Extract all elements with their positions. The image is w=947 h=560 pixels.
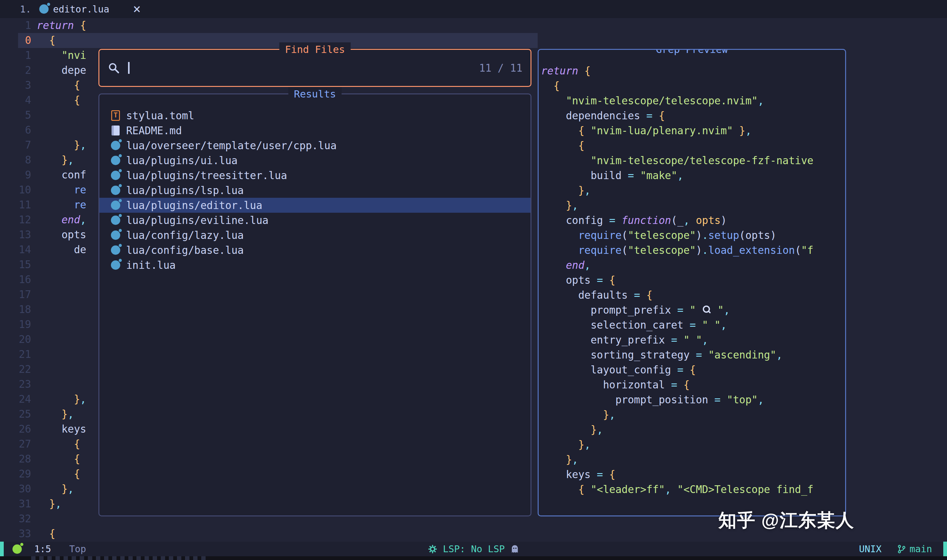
code-line-text: { <box>37 526 55 541</box>
line-number: 32 <box>0 511 37 526</box>
code-line-text: }, <box>37 138 86 152</box>
lua-file-icon <box>39 5 49 14</box>
result-filename: lua/plugins/eviline.lua <box>126 214 268 226</box>
preview-code-line: config = function(_, opts) <box>541 213 844 228</box>
line-number: 21 <box>0 347 37 362</box>
result-item[interactable]: lua/overseer/template/user/cpp.lua <box>99 138 531 153</box>
preview-code-line: }, <box>541 183 844 198</box>
scroll-position: Top <box>69 543 86 554</box>
code-line-text: { <box>37 452 80 466</box>
preview-code-line: }, <box>541 198 844 213</box>
search-glyph-icon <box>702 304 711 315</box>
mode-indicator-right <box>943 542 947 556</box>
result-item[interactable]: Tstylua.toml <box>99 108 531 123</box>
line-number: 3 <box>0 78 37 93</box>
code-line-text: { <box>37 437 80 452</box>
book-icon <box>111 126 120 135</box>
lua-file-icon <box>111 141 120 150</box>
preview-code-line: { "<leader>ff", "<CMD>Telescope find_f <box>541 482 844 497</box>
preview-code-line: { <box>541 78 844 94</box>
result-item[interactable]: init.lua <box>99 258 531 272</box>
result-filename: stylua.toml <box>126 110 194 122</box>
result-item[interactable]: lua/config/base.lua <box>99 243 531 258</box>
preview-code-line: horizontal = { <box>541 377 844 392</box>
line-number: 9 <box>0 168 37 183</box>
results-list: Tstylua.tomlREADME.mdlua/overseer/templa… <box>99 108 531 272</box>
code-line[interactable]: 0 { <box>0 33 947 48</box>
mode-indicator-left <box>0 542 4 556</box>
preview-code-line: }, <box>541 452 844 467</box>
lua-file-icon <box>111 215 120 225</box>
preview-code-line: }, <box>541 408 844 422</box>
preview-code-line: "nvim-telescope/telescope-fzf-native <box>541 153 844 168</box>
result-item[interactable]: lua/config/lazy.lua <box>99 228 531 243</box>
line-number: 1 <box>0 48 37 63</box>
preview-code-line: selection_caret = " ", <box>541 318 844 332</box>
code-line[interactable]: 1return { <box>0 18 947 33</box>
code-line-text: }, <box>37 392 86 407</box>
lua-file-icon <box>111 245 120 255</box>
readme-book-icon <box>111 126 120 135</box>
line-number: 28 <box>0 452 37 466</box>
line-number: 14 <box>0 242 37 257</box>
line-number: 27 <box>0 437 37 452</box>
result-item[interactable]: lua/plugins/eviline.lua <box>99 213 531 228</box>
tab-filename[interactable]: editor.lua <box>53 4 109 15</box>
lua-file-icon <box>111 231 120 240</box>
lua-file-icon <box>111 245 120 255</box>
result-item[interactable]: lua/plugins/lsp.lua <box>99 183 531 198</box>
fileformat: UNIX <box>859 543 882 554</box>
preview-code-line: prompt_prefix = " ", <box>541 303 844 318</box>
lua-file-icon <box>111 171 120 180</box>
line-number: 19 <box>0 317 37 332</box>
result-filename: init.lua <box>126 259 176 271</box>
toml-file-icon: T <box>111 110 120 121</box>
code-line-text: keys <box>37 422 86 437</box>
close-icon[interactable]: × <box>133 3 141 15</box>
line-number: 6 <box>0 123 37 138</box>
code-line-text: }, <box>37 152 74 168</box>
preview-code-line: { "nvim-lua/plenary.nvim" }, <box>541 123 844 138</box>
gear-icon <box>427 544 438 554</box>
lua-file-icon <box>111 201 120 210</box>
find-files-title: Find Files <box>279 42 351 57</box>
line-number: 10 <box>0 183 37 197</box>
code-line-text: opts <box>37 228 86 242</box>
code-line-text: { <box>37 33 55 48</box>
line-number: 25 <box>0 407 37 422</box>
line-number: 11 <box>0 197 37 212</box>
code-line-text: }, <box>37 482 74 497</box>
result-item[interactable]: lua/plugins/ui.lua <box>99 153 531 168</box>
search-icon <box>108 62 120 74</box>
code-line-text: "nvi <box>37 48 86 63</box>
text-cursor <box>128 62 129 74</box>
preview-code-line: { <box>541 138 844 153</box>
preview-code-line: }, <box>541 422 844 437</box>
result-filename: lua/config/lazy.lua <box>126 229 244 242</box>
preview-code-line: require("telescope").setup(opts) <box>541 228 844 243</box>
git-branch: main <box>896 543 932 554</box>
lua-file-icon <box>111 156 120 165</box>
result-item[interactable]: lua/plugins/treesitter.lua <box>99 168 531 183</box>
line-number: 18 <box>0 302 37 317</box>
line-number: 23 <box>0 377 37 392</box>
result-item[interactable]: README.md <box>99 123 531 138</box>
line-number: 26 <box>0 422 37 437</box>
code-line-text: end, <box>37 212 86 228</box>
result-item[interactable]: lua/plugins/editor.lua <box>99 198 531 213</box>
preview-code-line: return { <box>541 63 844 78</box>
preview-code-line: prompt_position = "top", <box>541 392 844 408</box>
lua-file-icon <box>111 260 120 270</box>
lua-file-icon <box>111 156 120 165</box>
lua-file-icon <box>111 141 120 150</box>
line-number: 30 <box>0 482 37 497</box>
statusline: 1:5 Top LSP: No LSP UNIX <box>0 542 947 556</box>
preview-code-line: layout_config = { <box>541 363 844 377</box>
tab-index: 1. <box>20 4 31 15</box>
line-number: 16 <box>0 272 37 287</box>
line-number: 29 <box>0 466 37 482</box>
line-number: 33 <box>0 526 37 541</box>
result-counter: 11 / 11 <box>479 62 522 74</box>
lua-file-icon <box>111 201 120 210</box>
line-number: 15 <box>0 257 37 272</box>
